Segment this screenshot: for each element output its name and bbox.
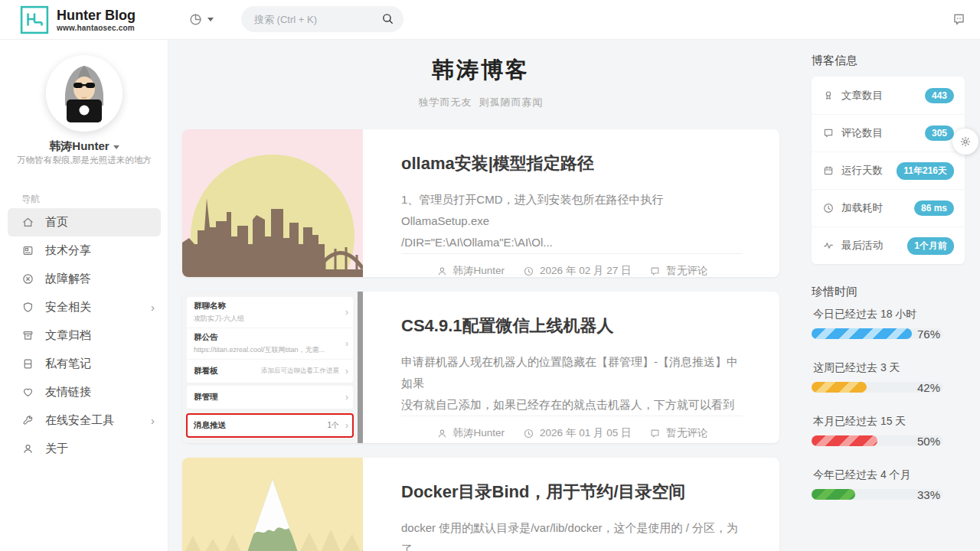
progress-label: 本月已经过去 15 天 bbox=[812, 415, 965, 429]
article-title[interactable]: CS4.9.1配置微信上线机器人 bbox=[401, 315, 743, 337]
nav-item-label: 私有笔记 bbox=[45, 357, 91, 371]
stat-label: 评论数目 bbox=[841, 126, 883, 140]
stat-row-articles: 文章数目 443 bbox=[812, 77, 965, 114]
time-progress-day: 今日已经过去 18 小时 76% bbox=[812, 308, 965, 339]
stat-label: 文章数目 bbox=[841, 89, 883, 103]
search-box bbox=[241, 6, 403, 32]
hacker-avatar-illustration bbox=[46, 55, 122, 132]
progress-percent: 33% bbox=[917, 488, 940, 501]
sidebar-item-home[interactable]: 首页 bbox=[8, 208, 161, 236]
progress-bar: 33% bbox=[812, 489, 943, 500]
archive-box-icon bbox=[21, 329, 34, 342]
sidebar-item-online-security-tools[interactable]: 在线安全工具 › bbox=[0, 406, 168, 435]
blog-info-card: 文章数目 443 评论数目 305 运行天数 11年216天 加载耗时 86 m… bbox=[812, 77, 965, 264]
wx-row-title: 群管理 bbox=[194, 392, 339, 403]
progress-fill bbox=[812, 489, 855, 500]
article-thumbnail-wechat-settings[interactable]: 群聊名称 攻防实刀-六人组 › 群公告 https://titan.ezreal… bbox=[182, 292, 363, 443]
time-progress-week: 这周已经过去 3 天 42% bbox=[812, 361, 965, 393]
sidebar-item-tech-share[interactable]: 技术分享 bbox=[0, 236, 168, 265]
gear-icon bbox=[959, 135, 972, 148]
stat-label: 运行天数 bbox=[841, 164, 883, 178]
wrench-icon bbox=[21, 414, 34, 427]
progress-fill bbox=[812, 435, 877, 446]
stat-label: 最后活动 bbox=[841, 239, 883, 253]
clock-icon bbox=[822, 202, 835, 214]
stat-row-last-activity: 最后活动 1个月前 bbox=[812, 227, 965, 264]
chevron-right-icon: › bbox=[345, 420, 348, 431]
medal-icon bbox=[822, 90, 835, 102]
sidebar-item-links[interactable]: 友情链接 bbox=[0, 378, 168, 406]
site-title: Hunter Blog bbox=[57, 8, 136, 24]
scrollbar[interactable] bbox=[358, 292, 363, 443]
mountains-illustration bbox=[182, 458, 363, 551]
sidebar-item-about[interactable]: 关于 bbox=[0, 435, 168, 463]
sidebar-item-private-notes[interactable]: 私有笔记 bbox=[0, 350, 168, 378]
sidebar-item-security[interactable]: 安全相关 › bbox=[0, 293, 168, 321]
wx-row-hint: 添加后可边聊边看工作进展 bbox=[261, 367, 339, 376]
page-title: 韩涛博客 bbox=[182, 55, 779, 86]
left-sidebar: 韩涛Hunter 万物皆有裂痕,那是光照进来的地方 导航 首页 技术分享 故障解… bbox=[0, 40, 168, 551]
search-icon[interactable] bbox=[381, 12, 394, 25]
article-excerpt: 1、管理员打开CMD，进入到安装包所在路径中执行OllamaSetup.exe … bbox=[401, 189, 743, 253]
shield-icon bbox=[21, 301, 34, 314]
comment-icon bbox=[822, 127, 835, 139]
wx-row-hint: 1个 bbox=[327, 420, 339, 431]
nav-item-label: 关于 bbox=[45, 442, 68, 456]
user-icon bbox=[21, 442, 34, 455]
article-title[interactable]: ollama安装|模型指定路径 bbox=[401, 152, 743, 175]
progress-fill bbox=[812, 382, 867, 393]
chevron-down-icon bbox=[207, 18, 214, 21]
article-thumbnail-mountains[interactable] bbox=[182, 458, 363, 551]
author-icon bbox=[436, 428, 448, 439]
blog-info-heading: 博客信息 bbox=[812, 54, 965, 68]
clock-icon bbox=[523, 428, 534, 439]
stats-dropdown-button[interactable] bbox=[188, 12, 214, 27]
profile-name[interactable]: 韩涛Hunter bbox=[0, 139, 168, 154]
chat-bubble-icon bbox=[952, 12, 966, 27]
stat-badge: 86 ms bbox=[914, 201, 954, 216]
notebook-icon bbox=[21, 357, 34, 370]
progress-fill bbox=[812, 328, 912, 339]
tech-card-icon bbox=[21, 244, 34, 257]
wechat-settings-panel: 群聊名称 攻防实刀-六人组 › 群公告 https://titan.ezreal… bbox=[182, 292, 363, 443]
progress-bar: 76% bbox=[812, 328, 943, 339]
settings-button[interactable] bbox=[952, 129, 978, 155]
wx-row-sub: 攻防实刀-六人组 bbox=[194, 314, 339, 324]
comment-icon bbox=[649, 266, 661, 277]
logo-icon bbox=[20, 5, 49, 34]
stat-badge: 443 bbox=[925, 88, 954, 103]
article-thumbnail-city[interactable] bbox=[182, 129, 363, 277]
article-comments[interactable]: 暂无评论 bbox=[666, 264, 707, 277]
progress-label: 今日已经过去 18 小时 bbox=[812, 308, 965, 321]
stat-label: 加载耗时 bbox=[841, 201, 883, 215]
stat-badge: 1个月前 bbox=[907, 237, 954, 255]
article-title[interactable]: Docker目录Bind，用于节约/目录空间 bbox=[401, 481, 743, 504]
city-skyline-illustration bbox=[182, 129, 363, 277]
search-input[interactable] bbox=[241, 6, 403, 32]
comments-panel-button[interactable] bbox=[952, 12, 966, 27]
site-logo[interactable]: Hunter Blog www.hantaosec.com bbox=[20, 5, 136, 34]
progress-percent: 50% bbox=[917, 435, 940, 448]
chevron-right-icon: › bbox=[345, 307, 348, 318]
nav-item-label: 故障解答 bbox=[45, 272, 91, 286]
article-date: 2026 年 01 月 05 日 bbox=[540, 426, 631, 440]
stat-row-load-time: 加载耗时 86 ms bbox=[812, 189, 965, 227]
sidebar-item-archive[interactable]: 文章归档 bbox=[0, 321, 168, 350]
main-content: 韩涛博客 独学而无友 则孤陋而寡闻 ollama安装|模型指定路径 1、管理员打… bbox=[182, 40, 779, 551]
article-card: 群聊名称 攻防实刀-六人组 › 群公告 https://titan.ezreal… bbox=[182, 292, 779, 443]
stat-row-running-days: 运行天数 11年216天 bbox=[812, 152, 965, 189]
progress-bar: 50% bbox=[812, 435, 943, 446]
cherish-time-heading: 珍惜时间 bbox=[812, 285, 965, 299]
avatar[interactable] bbox=[46, 55, 122, 132]
wx-row-sub: https://titan.ezreal.cool/互联网titan，无需... bbox=[194, 345, 339, 355]
heart-icon bbox=[21, 386, 34, 399]
stat-badge: 11年216天 bbox=[897, 162, 954, 180]
home-icon bbox=[21, 216, 34, 229]
article-meta: 韩涛Hunter 2026 年 01 月 05 日 暂无评论 bbox=[401, 416, 743, 440]
circle-x-icon bbox=[21, 272, 34, 285]
chevron-right-icon: › bbox=[151, 302, 155, 313]
progress-percent: 76% bbox=[917, 328, 940, 341]
sidebar-item-troubleshooting[interactable]: 故障解答 bbox=[0, 265, 168, 293]
site-url: www.hantaosec.com bbox=[57, 24, 136, 32]
article-comments[interactable]: 暂无评论 bbox=[666, 426, 707, 440]
